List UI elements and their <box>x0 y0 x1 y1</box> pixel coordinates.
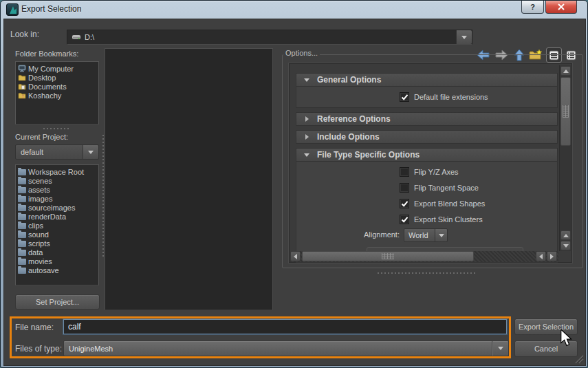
folder-bookmarks-list: My Computer Desktop Documents Koshachy <box>15 61 99 125</box>
computer-icon <box>18 65 26 72</box>
dialog-client-area: Look in: D:\ Folder Bookmarks: <box>3 19 586 366</box>
folder-icon <box>18 214 26 220</box>
chevron-right-icon <box>296 134 317 140</box>
chevron-down-icon <box>296 153 317 157</box>
options-splitter-handle[interactable] <box>378 272 477 274</box>
title-bar[interactable]: Export Selection ? <box>1 1 587 19</box>
list-item[interactable]: autosave <box>16 266 98 274</box>
list-item[interactable]: sourceimages <box>16 203 98 212</box>
window-title: Export Selection <box>21 4 81 14</box>
horizontal-scrollbar[interactable] <box>290 251 558 262</box>
maya-app-icon <box>6 3 19 16</box>
list-item[interactable]: sound <box>16 230 98 239</box>
export-skin-clusters-checkbox[interactable] <box>400 215 409 224</box>
close-button[interactable] <box>545 1 577 14</box>
folder-icon <box>18 205 26 211</box>
bookmark-documents[interactable]: Documents <box>16 82 98 91</box>
help-button[interactable]: ? <box>521 1 544 14</box>
alignment-label: Alignment: <box>364 230 400 239</box>
folder-bookmarks-label: Folder Bookmarks: <box>15 50 78 58</box>
file-name-input[interactable] <box>63 319 507 334</box>
alignment-combobox[interactable]: World <box>404 228 448 242</box>
vertical-scrollbar-thumb[interactable] <box>560 77 571 146</box>
folder-icon <box>18 241 26 247</box>
list-item[interactable]: movies <box>16 257 98 266</box>
folder-icon <box>18 232 26 238</box>
list-item[interactable]: images <box>16 194 98 203</box>
folder-icon <box>18 187 26 193</box>
look-in-dropdown-arrow[interactable] <box>456 30 472 44</box>
vertical-scrollbar[interactable] <box>559 65 571 251</box>
folder-icon <box>18 178 26 184</box>
options-group-label: Options... <box>283 49 320 57</box>
file-name-label: File name: <box>15 323 54 332</box>
scroll-up-button-2[interactable] <box>560 230 571 240</box>
section-file-type-options[interactable]: File Type Specific Options <box>296 148 558 162</box>
documents-folder-icon <box>18 83 26 90</box>
current-project-dropdown-arrow[interactable] <box>83 145 98 159</box>
alignment-label-wrap: Alignment: <box>331 230 400 239</box>
look-in-path: D:\ <box>85 33 94 41</box>
check-icon <box>401 216 409 224</box>
chevron-down-icon <box>296 78 317 82</box>
file-list-panel[interactable] <box>105 48 273 310</box>
export-selection-dialog: Export Selection ? Look in: D:\ <box>0 0 588 368</box>
splitter-handle[interactable] <box>43 128 71 129</box>
flip-tangent-space-checkbox[interactable] <box>400 183 409 193</box>
project-folders-list: Workspace Root scenes assets images sour… <box>15 164 99 285</box>
chevron-right-icon <box>296 116 317 122</box>
bookmark-koshachy[interactable]: Koshachy <box>16 91 98 100</box>
check-icon <box>401 94 409 101</box>
list-item[interactable]: Workspace Root <box>16 167 98 176</box>
mouse-cursor <box>560 329 572 347</box>
export-skin-clusters-row: Export Skin Clusters <box>400 215 483 224</box>
folder-icon <box>18 268 26 274</box>
scroll-down-button[interactable] <box>560 241 571 250</box>
section-reference-options[interactable]: Reference Options <box>296 112 558 126</box>
scroll-right-button[interactable] <box>547 251 557 261</box>
scroll-up-button[interactable] <box>560 66 571 76</box>
resize-grip[interactable] <box>573 353 584 364</box>
current-project-combobox[interactable]: default <box>15 144 99 160</box>
options-scroll-area: General Options Default file extensions … <box>289 63 572 263</box>
folder-icon <box>18 74 26 81</box>
default-file-extensions-row: Default file extensions <box>400 92 488 102</box>
user-folder-icon <box>18 91 26 99</box>
list-item[interactable]: clips <box>16 221 98 230</box>
files-of-type-label: Files of type: <box>15 344 62 354</box>
close-icon <box>558 3 565 10</box>
flip-tangent-space-row: Flip Tangent Space <box>400 183 479 193</box>
set-project-button[interactable]: Set Project... <box>15 294 100 310</box>
vertical-splitter-handle[interactable] <box>102 133 104 257</box>
look-in-combobox[interactable]: D:\ <box>67 30 472 45</box>
folder-icon <box>18 259 26 265</box>
files-of-type-value: UnigineMesh <box>69 345 113 353</box>
current-project-label: Current Project: <box>15 133 68 141</box>
section-general-options[interactable]: General Options <box>296 73 558 87</box>
bookmark-desktop[interactable]: Desktop <box>16 73 98 82</box>
scroll-left-button-2[interactable] <box>536 251 546 261</box>
folder-icon <box>18 196 26 202</box>
scroll-left-button[interactable] <box>290 251 301 261</box>
folder-icon <box>18 250 26 256</box>
bookmark-my-computer[interactable]: My Computer <box>16 64 98 73</box>
alignment-dropdown-arrow[interactable] <box>435 229 447 241</box>
list-item[interactable]: scripts <box>16 239 98 248</box>
drive-icon <box>72 34 81 41</box>
check-icon <box>401 200 409 208</box>
files-of-type-combobox[interactable]: UnigineMesh <box>63 340 509 356</box>
files-of-type-dropdown-arrow[interactable] <box>492 341 508 356</box>
list-item[interactable]: assets <box>16 185 98 194</box>
current-project-value: default <box>21 148 43 156</box>
export-blend-shapes-checkbox[interactable] <box>400 199 409 208</box>
horizontal-scrollbar-thumb[interactable] <box>302 251 474 261</box>
list-item[interactable]: data <box>16 248 98 257</box>
folder-icon <box>18 223 26 229</box>
list-item[interactable]: scenes <box>16 176 98 185</box>
default-file-extensions-checkbox[interactable] <box>400 92 409 102</box>
look-in-label: Look in: <box>10 30 39 39</box>
list-item[interactable]: renderData <box>16 212 98 221</box>
flip-yz-axes-checkbox[interactable] <box>400 167 409 177</box>
section-include-options[interactable]: Include Options <box>296 130 558 144</box>
alignment-value: World <box>409 231 428 239</box>
